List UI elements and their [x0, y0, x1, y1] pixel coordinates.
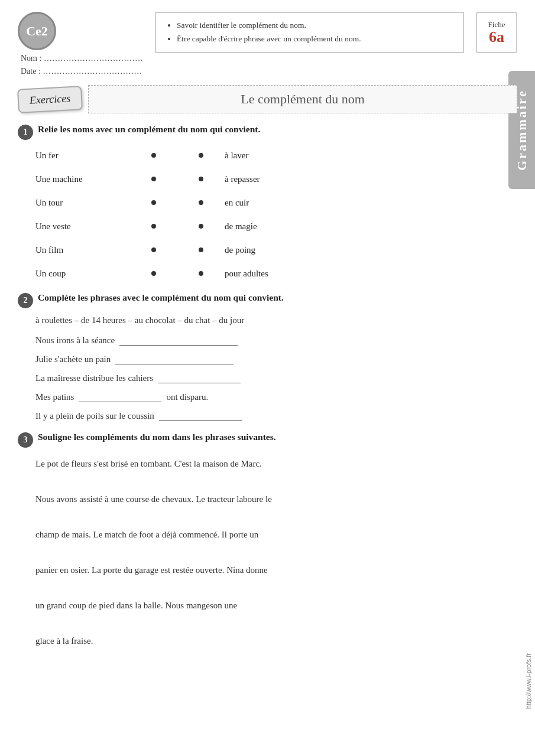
dot-item: [151, 171, 156, 187]
dot-icon: [151, 177, 156, 181]
list-item: Un film: [35, 242, 130, 258]
fiche-badge: Fiche 6a: [476, 12, 517, 53]
list-item: Une veste: [35, 218, 130, 234]
matching-dots-left: [130, 147, 177, 282]
ce2-badge: Ce2: [18, 12, 56, 50]
dot-item: [199, 218, 203, 234]
fill-sentence-1: Nous irons à la séance: [35, 335, 517, 346]
dot-icon: [151, 271, 156, 276]
header: Ce2 Nom : ……………………………… Date : ……………………………: [18, 12, 517, 76]
ex3-paragraph-2: Nous avons assisté à une course de cheva…: [35, 490, 517, 508]
list-item: Une machine: [35, 171, 130, 187]
fill-sentence-4: Mes patins ont disparu.: [35, 392, 517, 402]
exercise-1: 1 Relie les noms avec un complément du n…: [18, 124, 517, 282]
exercises-label: Exercices: [17, 86, 83, 113]
list-item: à laver: [225, 147, 319, 164]
dot-item: [199, 265, 203, 282]
dot-icon: [151, 153, 156, 158]
dot-item: [199, 194, 203, 211]
dot-icon: [199, 271, 203, 276]
nom-line: Nom : ………………………………: [21, 54, 143, 63]
matching-left: Un fer Une machine Un tour Une veste Un …: [35, 147, 130, 282]
fill-blank-3[interactable]: [158, 373, 241, 383]
ex3-paragraph-1: Le pot de fleurs s'est brisé en tombant.…: [35, 455, 517, 472]
ex3-paragraph-4: panier en osier. La porte du garage est …: [35, 561, 517, 579]
dot-item: [199, 171, 203, 187]
list-item: en cuir: [225, 194, 319, 211]
exercise-2-num: 2: [18, 293, 33, 308]
objective-2: Être capable d'écrire phrase avec un com…: [177, 32, 454, 46]
options-line: à roulettes – de 14 heures – au chocolat…: [35, 315, 517, 325]
list-item: de magie: [225, 218, 319, 234]
dot-item: [151, 218, 156, 234]
matching-dots-right: [177, 147, 225, 282]
exercise-1-num: 1: [18, 125, 33, 140]
exercise-3-instruction: Souligne les compléments du nom dans les…: [38, 432, 276, 442]
dot-icon: [199, 224, 203, 229]
dot-item: [151, 147, 156, 164]
fill-blank-5[interactable]: [159, 410, 242, 421]
sentence-text: La maîtresse distribue les cahiers: [35, 373, 153, 383]
exercise-3: 3 Souligne les compléments du nom dans l…: [18, 432, 517, 650]
dot-icon: [151, 247, 156, 252]
exercise-3-title: 3 Souligne les compléments du nom dans l…: [18, 432, 517, 448]
header-left: Ce2 Nom : ……………………………… Date : ……………………………: [18, 12, 143, 76]
matching-container: Un fer Une machine Un tour Une veste Un …: [35, 147, 517, 282]
ex3-paragraph-3: champ de maïs. Le match de foot a déjà c…: [35, 526, 517, 543]
exercise-1-title: 1 Relie les noms avec un complément du n…: [18, 124, 517, 140]
fiche-num: 6a: [489, 30, 504, 45]
exercises-banner: Exercices Le complément du nom: [18, 85, 517, 113]
list-item: Un tour: [35, 194, 130, 211]
fill-blank-4[interactable]: [79, 392, 161, 402]
fill-sentence-5: Il y a plein de poils sur le coussin: [35, 410, 517, 421]
objectives-box: Savoir identifier le complément du nom. …: [155, 12, 464, 53]
list-item: Un fer: [35, 147, 130, 164]
exercise-2-instruction: Complète les phrases avec le complément …: [38, 292, 284, 303]
exercise-2-title: 2 Complète les phrases avec le complémen…: [18, 292, 517, 308]
list-item: pour adultes: [225, 265, 319, 282]
watermark: http://www.i-profs.fr: [525, 653, 532, 709]
list-item: à repasser: [225, 171, 319, 187]
ex3-paragraph-6: glace à la fraise.: [35, 632, 517, 650]
fill-blank-1[interactable]: [119, 335, 238, 346]
matching-right: à laver à repasser en cuir de magie de p…: [225, 147, 319, 282]
exercise-3-num: 3: [18, 432, 33, 448]
sentence-text: Nous irons à la séance: [35, 335, 115, 346]
dot-icon: [151, 224, 156, 229]
exercise-2: 2 Complète les phrases avec le complémen…: [18, 292, 517, 421]
sentence-text: Julie s'achète un pain: [35, 354, 111, 364]
dot-item: [151, 194, 156, 211]
page: Ce2 Nom : ……………………………… Date : ……………………………: [0, 0, 535, 756]
dot-item: [151, 242, 156, 258]
dot-item: [151, 265, 156, 282]
exercise-3-text: Le pot de fleurs s'est brisé en tombant.…: [35, 455, 517, 650]
sentence-suffix: ont disparu.: [166, 392, 208, 402]
dot-icon: [199, 177, 203, 181]
dot-item: [199, 147, 203, 164]
dot-icon: [151, 200, 156, 205]
fill-sentence-3: La maîtresse distribue les cahiers: [35, 373, 517, 383]
fill-blank-2[interactable]: [115, 354, 234, 364]
dot-item: [199, 242, 203, 258]
exercises-title: Le complément du nom: [88, 85, 517, 113]
dot-icon: [199, 153, 203, 158]
dot-icon: [199, 247, 203, 252]
list-item: de poing: [225, 242, 319, 258]
objective-1: Savoir identifier le complément du nom.: [177, 19, 454, 32]
sentence-text: Il y a plein de poils sur le coussin: [35, 411, 154, 421]
date-line: Date : ………………………………: [21, 67, 143, 76]
ex3-paragraph-5: un grand coup de pied dans la balle. Nou…: [35, 597, 517, 614]
exercise-1-instruction: Relie les noms avec un complément du nom…: [38, 124, 260, 135]
list-item: Un coup: [35, 265, 130, 282]
objectives-list: Savoir identifier le complément du nom. …: [165, 19, 454, 46]
sentence-text: Mes patins: [35, 392, 74, 402]
fill-sentence-2: Julie s'achète un pain: [35, 354, 517, 364]
dot-icon: [199, 200, 203, 205]
